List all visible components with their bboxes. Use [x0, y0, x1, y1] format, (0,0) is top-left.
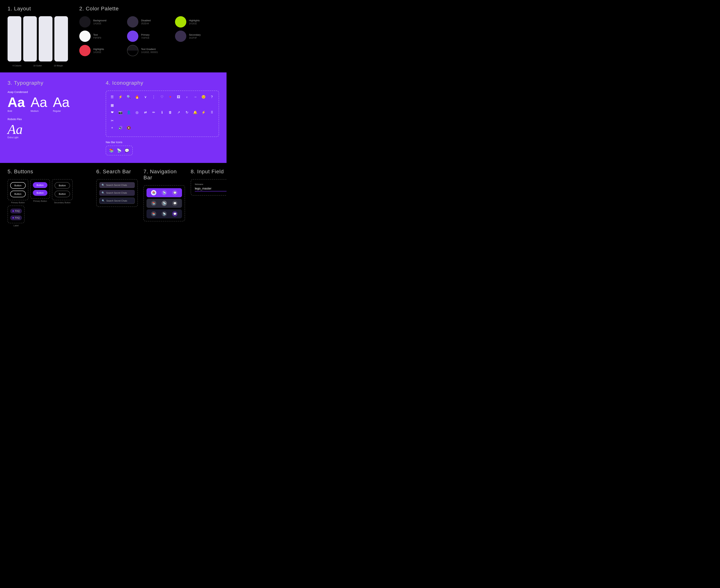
font-group-asap: Asap Condensed Aa Bold Aa Medium Aa Regu… [7, 90, 94, 112]
color-name-secondary: Secondary [189, 34, 201, 36]
icon-row-2: ❤ 📷 👤 ◎ ⇌ ✏ ℹ 🗑 ↗ ↻ 🔔 ⚡ ⠿ ✂ [110, 110, 215, 123]
pencil-icon[interactable]: ✏ [152, 110, 156, 115]
aa-demo-bold: Aa Bold [7, 96, 25, 112]
nav-broadcast-medium[interactable]: 📡 [162, 201, 167, 206]
color-name-highlights-green: Highlights [189, 19, 200, 22]
nav-broadcast-inactive[interactable]: 📡 [162, 211, 167, 216]
scissor-icon[interactable]: ✂ [110, 119, 114, 123]
layout-labels: 4 Column 16 Gutter 16 Margin [7, 64, 68, 67]
button-primary-outline-1[interactable]: Button [10, 182, 26, 189]
button-box-secondary: Button Button [52, 179, 73, 200]
column-block-3 [39, 16, 53, 62]
color-hex-text: F9F9F9 [93, 37, 101, 39]
label-button-1[interactable]: FAQ [10, 209, 22, 213]
search-icon-3: 🔍 [102, 200, 105, 202]
search-bar-title: 6. Search Bar [96, 169, 138, 175]
group-label-primary-1: Primary Button [7, 202, 28, 204]
font-roboto-name: Roboto Flex [7, 118, 94, 121]
button-groups: Button Button Primary Button Button Butt… [7, 179, 91, 227]
bluetooth-icon[interactable]: ⚡ [201, 110, 206, 115]
button-box-filled: Button Button [30, 179, 50, 199]
button-secondary-1[interactable]: Button [55, 182, 70, 189]
search-bar-section: 6. Search Bar 🔍 Search Secret Chats 🔍 Se… [96, 169, 138, 227]
gallery-icon[interactable]: 🖼 [176, 94, 181, 99]
button-primary-filled-1[interactable]: Button [33, 182, 47, 188]
column-block-2 [23, 16, 37, 62]
aa-label-extra-light: Extra Light [7, 136, 18, 139]
columns-demo [7, 16, 68, 62]
aa-demo-medium: Aa Medium [31, 96, 47, 112]
color-circle-primary [127, 30, 138, 42]
refresh-icon[interactable]: ↻ [185, 110, 189, 115]
icons-main-box: ☰ ⚡ 🔍 🔥 ∨ ⋮ ♡ ♥ 🖼 ‹ → 😊 ? ▦ ❤ 📷 👤 ◎ [106, 90, 219, 137]
color-hex-highlights-red: 1A181E [93, 51, 104, 54]
menu-icon[interactable]: ☰ [110, 94, 114, 99]
nickname-input[interactable] [195, 186, 226, 191]
label-button-2[interactable]: FAQ [10, 215, 22, 220]
nav-broadcast-active[interactable]: 📡 [162, 190, 167, 195]
forward-icon[interactable]: → [193, 94, 198, 99]
heart-filled-icon[interactable]: ♥ [168, 94, 173, 99]
color-palette-title: 2. Color Palette [79, 6, 219, 12]
back-icon[interactable]: ‹ [185, 94, 189, 99]
color-name-disabled: Disabled [141, 19, 151, 22]
nav-broadcast-icon[interactable]: 📡 [117, 148, 122, 153]
search-icon[interactable]: 🔍 [126, 94, 131, 99]
plus-icon[interactable]: + [110, 126, 114, 130]
search-bar-variant-3[interactable]: 🔍 Search Secret Chats [99, 197, 135, 204]
emoji-icon[interactable]: 😊 [201, 94, 206, 99]
nav-bar-title: 7. Navigation Bar [143, 169, 185, 181]
mute-icon[interactable]: 🔇 [126, 126, 131, 130]
typography-section: 3. Typography Asap Condensed Aa Bold Aa … [7, 80, 94, 155]
nav-bar-active: 📚 📡 💬 [146, 188, 182, 197]
color-hex-background: 1A181E [93, 22, 106, 25]
button-secondary-2[interactable]: Button [55, 191, 70, 197]
input-field-section: 8. Input Field Nickname [191, 169, 226, 227]
color-name-highlights-red: Highlights [93, 48, 104, 50]
info-icon[interactable]: ℹ [160, 110, 164, 115]
search-placeholder-2: Search Secret Chats [106, 192, 127, 194]
fire-icon[interactable]: 🔥 [135, 94, 139, 99]
nav-library-active[interactable]: 📚 [151, 190, 156, 195]
nav-chat-active[interactable]: 💬 [172, 190, 177, 195]
nav-library-icon[interactable]: 📚 [109, 148, 114, 153]
button-primary-filled-2[interactable]: Button [33, 190, 47, 196]
bell-icon[interactable]: 🔔 [193, 110, 198, 115]
target-icon[interactable]: ◎ [135, 110, 139, 115]
color-grid: Background 1A181E Disabled 352E44 Highli… [79, 16, 219, 56]
color-circle-secondary [175, 30, 186, 42]
apps-icon[interactable]: ⠿ [209, 110, 214, 115]
nav-chat-icon[interactable]: 💬 [125, 148, 129, 153]
aa-text-bold: Aa [7, 96, 25, 109]
bolt-icon[interactable]: ⚡ [118, 94, 123, 99]
nav-bar-section: 7. Navigation Bar 📚 📡 💬 📚 📡 💬 📚 📡 💬 [143, 169, 185, 227]
dots-icon[interactable]: ⋮ [152, 94, 156, 99]
input-field-demo: Nickname [191, 179, 226, 195]
camera-icon[interactable]: 📷 [118, 110, 123, 115]
search-bar-variant-2[interactable]: 🔍 Search Secret Chats [99, 190, 135, 196]
buttons-title: 5. Buttons [7, 169, 91, 175]
layout-icon[interactable]: ▦ [110, 103, 114, 107]
help-icon[interactable]: ? [209, 94, 214, 99]
search-bar-variant-1[interactable]: 🔍 Search Secret Chats [99, 182, 135, 188]
shuffle-icon[interactable]: ⇌ [143, 110, 147, 115]
color-name-text-gradient: Text Gradient [141, 48, 158, 50]
nav-library-inactive[interactable]: 📚 [151, 211, 156, 216]
person-icon[interactable]: 👤 [126, 110, 131, 115]
icon-row-3: + 🔊 🔇 [110, 126, 215, 130]
chevron-icon[interactable]: ∨ [143, 94, 147, 99]
heart-special-icon[interactable]: ❤ [110, 110, 114, 115]
exit-icon[interactable]: ↗ [176, 110, 181, 115]
nav-bar-medium: 📚 📡 💬 [146, 199, 182, 208]
button-primary-outline-2[interactable]: Button [10, 191, 26, 197]
nav-chat-medium[interactable]: 💬 [172, 201, 177, 206]
color-hex-disabled: 352E44 [141, 22, 151, 25]
aa-text-regular: Aa [53, 96, 69, 109]
color-name-primary: Primary [141, 34, 149, 36]
trash-icon[interactable]: 🗑 [168, 110, 173, 115]
nav-library-medium[interactable]: 📚 [151, 201, 156, 206]
nav-chat-inactive[interactable]: 💬 [172, 211, 177, 216]
volume-icon[interactable]: 🔊 [118, 126, 123, 130]
heart-outline-icon[interactable]: ♡ [160, 94, 164, 99]
color-highlights-red: Highlights 1A181E [79, 45, 123, 56]
